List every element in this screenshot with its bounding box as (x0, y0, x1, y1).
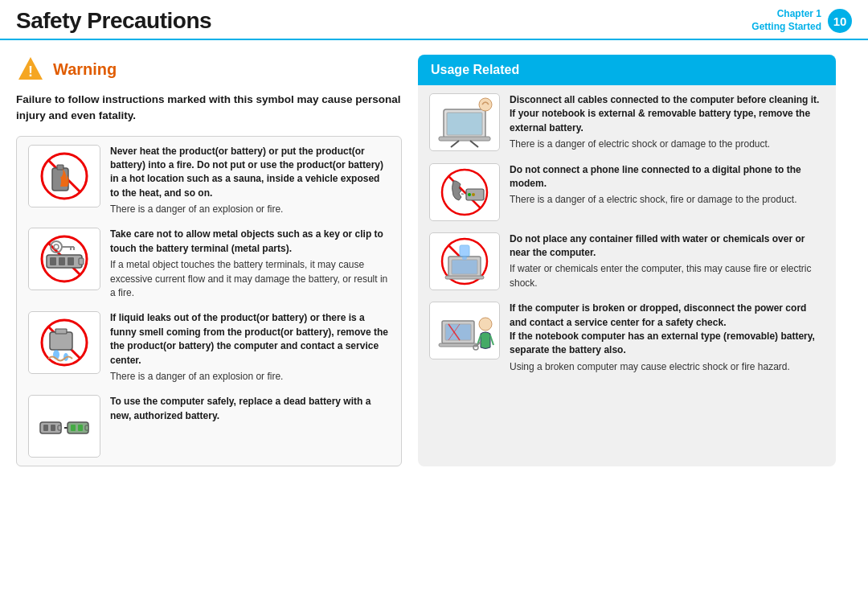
chapter-number: 10 (828, 9, 852, 33)
usage-item: If the computer is broken or dropped, di… (429, 302, 825, 374)
svg-rect-11 (50, 257, 56, 265)
page-title: Safety Precautions (16, 8, 211, 34)
warning-item-image-4 (28, 395, 100, 458)
svg-point-40 (479, 98, 492, 111)
warning-item-image-1 (28, 145, 100, 207)
warning-item: If liquid leaks out of the product(or ba… (28, 311, 390, 384)
svg-point-15 (54, 244, 59, 249)
warning-item-text-4: To use the computer safely, replace a de… (110, 395, 390, 458)
svg-line-38 (451, 141, 459, 147)
warning-item-text-1: Never heat the product(or battery) or pu… (110, 145, 390, 217)
right-column: Usage Related (418, 55, 836, 466)
usage-item-image-2 (429, 163, 500, 221)
usage-related-header: Usage Related (418, 55, 836, 85)
svg-rect-12 (59, 257, 65, 265)
svg-point-59 (479, 318, 492, 331)
warning-item: Take care not to allow metal objects suc… (28, 228, 390, 300)
svg-line-61 (490, 335, 493, 345)
svg-rect-28 (51, 425, 55, 431)
svg-rect-13 (68, 257, 74, 265)
usage-item: Do not connect a phone line connected to… (429, 163, 825, 221)
page-header: Safety Precautions Chapter 1Getting Star… (0, 0, 868, 40)
svg-point-53 (462, 257, 467, 260)
chapter-info: Chapter 1Getting Started 10 (751, 8, 852, 33)
usage-item: Disconnect all cables connected to the c… (429, 93, 825, 152)
main-content: ! Warning Failure to follow instructions… (0, 40, 868, 474)
svg-rect-22 (55, 329, 67, 334)
svg-point-44 (468, 193, 471, 196)
svg-rect-50 (452, 260, 477, 274)
svg-point-45 (472, 193, 475, 196)
usage-item-text-2: Do not connect a phone line connected to… (510, 163, 825, 221)
warning-item: To use the computer safely, replace a de… (28, 395, 390, 458)
warning-items-box: Never heat the product(or battery) or pu… (16, 136, 402, 467)
warning-header: ! Warning (16, 55, 402, 84)
svg-rect-58 (439, 343, 477, 347)
usage-item: Do not place any container filled with w… (429, 232, 825, 291)
svg-rect-21 (50, 332, 72, 350)
svg-rect-37 (439, 137, 490, 141)
svg-line-46 (461, 194, 466, 195)
svg-rect-33 (71, 425, 76, 431)
usage-item-image-4 (429, 302, 500, 359)
svg-rect-27 (43, 425, 48, 431)
warning-item-image-2 (28, 228, 100, 290)
svg-rect-51 (445, 276, 484, 279)
chapter-label: Chapter 1Getting Started (751, 8, 821, 33)
usage-item-image-3 (429, 232, 500, 290)
svg-rect-52 (460, 245, 469, 257)
svg-line-39 (470, 141, 478, 147)
usage-item-text-3: Do not place any container filled with w… (510, 232, 825, 291)
usage-item-image-1 (429, 93, 500, 151)
warning-item: Never heat the product(or battery) or pu… (28, 145, 390, 217)
warning-description: Failure to follow instructions marked wi… (16, 92, 402, 125)
usage-items-list: Disconnect all cables connected to the c… (418, 93, 836, 385)
warning-item-text-2: Take care not to allow metal objects suc… (110, 228, 390, 300)
svg-rect-32 (85, 425, 88, 430)
left-column: ! Warning Failure to follow instructions… (16, 55, 418, 466)
usage-item-text-1: Disconnect all cables connected to the c… (510, 93, 825, 152)
warning-item-text-3: If liquid leaks out of the product(or ba… (110, 311, 390, 384)
svg-rect-10 (79, 258, 84, 265)
svg-rect-26 (58, 425, 61, 430)
svg-rect-36 (447, 113, 482, 135)
svg-rect-34 (78, 425, 83, 431)
warning-title: Warning (53, 60, 117, 79)
warning-triangle-icon: ! (16, 55, 45, 84)
usage-item-text-4: If the computer is broken or dropped, di… (510, 302, 825, 374)
warning-item-image-3 (28, 311, 100, 374)
svg-text:!: ! (28, 64, 33, 80)
